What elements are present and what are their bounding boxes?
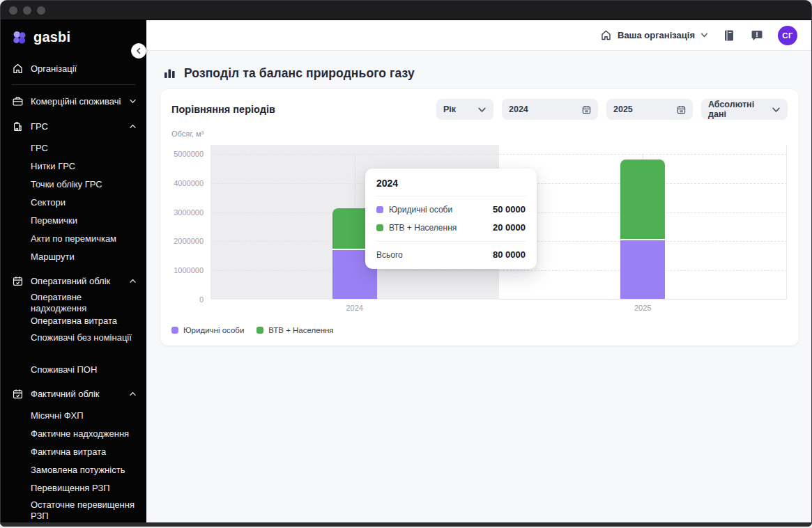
period-type-value: Рік	[443, 104, 456, 114]
y-tick-label: 5000000	[171, 150, 204, 158]
window-minimize-button[interactable]	[23, 6, 31, 15]
legend-swatch	[171, 327, 178, 334]
tooltip-swatch	[376, 224, 383, 231]
sidebar-sub-item[interactable]: Споживачі без номінації	[1, 330, 146, 361]
logo-text: gasbi	[33, 29, 70, 45]
legend-item[interactable]: Юридичні особи	[171, 326, 244, 334]
sidebar-section: ГРСГРСНитки ГРСТочки обліку ГРССекториПе…	[1, 116, 146, 266]
sidebar-sub-item[interactable]: Маршрути	[1, 248, 146, 266]
bar-chart-icon	[163, 67, 176, 80]
tooltip-total-value: 80 0000	[493, 249, 526, 260]
sidebar-item-label: Організації	[31, 63, 137, 74]
chart-tooltip: 2024 Юридичні особи50 0000ВТВ + Населенн…	[365, 169, 537, 269]
window-bottom-edge	[1, 522, 811, 526]
tooltip-row-value: 20 0000	[493, 222, 526, 233]
sidebar-sub-item[interactable]: Фактична витрата	[1, 443, 146, 461]
chart-gridline	[210, 270, 787, 271]
sidebar-section: Організації	[1, 58, 146, 79]
home-icon	[12, 63, 24, 75]
sidebar-section: Оперативний облікОперативне надходженняО…	[1, 270, 146, 379]
chevron-up-icon	[129, 390, 137, 398]
data-mode-select[interactable]: Абсолютні дані	[701, 99, 788, 120]
tooltip-title: 2024	[376, 178, 526, 196]
calendar-icon	[677, 105, 686, 114]
window-close-button[interactable]	[9, 6, 17, 15]
tooltip-row: Юридичні особи50 0000	[376, 204, 526, 215]
sidebar-section: Фактичний облікМісячні ФХПФактичне надхо…	[1, 383, 146, 522]
topbar: Ваша організація СГ	[146, 20, 811, 51]
app-window: gasbi ОрганізаціїКомерційні споживачіГРС…	[0, 0, 812, 527]
sidebar-sub-item[interactable]: Точки обліку ГРС	[1, 176, 146, 194]
y-tick-label: 2000000	[171, 237, 204, 245]
sidebar-item-label: ГРС	[31, 121, 122, 132]
calendar-icon	[582, 105, 591, 114]
page-content: Розподіл та баланс природнього газу Порі…	[146, 51, 811, 522]
tooltip-row-label: ВТВ + Населення	[389, 223, 487, 233]
sidebar-sub-item[interactable]: Нитки ГРС	[1, 157, 146, 176]
sidebar-nav: ОрганізаціїКомерційні споживачіГРСГРСНит…	[1, 55, 146, 522]
y-tick-label: 3000000	[171, 208, 204, 217]
calendar-check-icon	[12, 275, 24, 287]
y-tick-label: 1000000	[171, 266, 204, 274]
organization-label: Ваша організація	[618, 30, 695, 40]
data-mode-value: Абсолютні дані	[708, 100, 766, 119]
sidebar-collapse-button[interactable]	[131, 43, 146, 59]
sidebar-item-label: Комерційні споживачі	[31, 96, 122, 107]
sidebar-item[interactable]: Комерційні споживачі	[1, 91, 146, 111]
home-icon	[600, 29, 612, 41]
bar-segment-ВТВ-+-Населення[interactable]	[620, 160, 665, 240]
sidebar-sub-item[interactable]: Замовлена потужність	[1, 461, 146, 479]
organization-selector[interactable]: Ваша організація	[600, 29, 708, 41]
sidebar-divider	[12, 84, 135, 85]
sidebar-sub-item[interactable]: Фактичне надходження	[1, 425, 146, 443]
chevron-up-icon	[129, 277, 137, 285]
calendar-check-icon	[12, 388, 24, 400]
sidebar: gasbi ОрганізаціїКомерційні споживачіГРС…	[1, 20, 146, 522]
sidebar-sub-item[interactable]: Перемички	[1, 212, 146, 230]
sidebar-item[interactable]: ГРС	[1, 116, 146, 137]
bar-segment-Юридичні-особи[interactable]	[620, 240, 665, 299]
tooltip-row-value: 50 0000	[493, 204, 526, 215]
legend-label: Юридичні особи	[183, 326, 244, 334]
sidebar-sub-item[interactable]: Сектори	[1, 194, 146, 212]
sidebar-sub-item[interactable]: Акти по перемичкам	[1, 230, 146, 248]
window-zoom-button[interactable]	[37, 6, 45, 15]
y-tick-label: 4000000	[171, 179, 204, 187]
gasbi-logo-icon	[12, 30, 27, 45]
period-type-select[interactable]: Рік	[436, 99, 493, 120]
sidebar-sub-item[interactable]: Споживачі ПОН	[1, 361, 146, 379]
main-area: Ваша організація СГ Р	[146, 20, 811, 522]
comparison-card: Порівняння періодів Рік 2024	[160, 88, 799, 346]
sidebar-sub-item[interactable]: Місячні ФХП	[1, 407, 146, 425]
bar-2025[interactable]	[620, 160, 665, 299]
legend-item[interactable]: ВТВ + Населення	[256, 326, 333, 334]
year-to-picker[interactable]: 2025	[606, 99, 693, 120]
sidebar-item[interactable]: Організації	[1, 58, 146, 79]
sidebar-sub-item[interactable]: ГРС	[1, 139, 146, 157]
year-from-picker[interactable]: 2024	[502, 99, 598, 120]
docs-icon[interactable]	[722, 29, 736, 42]
x-tick-label: 2024	[327, 304, 383, 312]
year-to-value: 2025	[613, 104, 633, 114]
sidebar-item[interactable]: Фактичний облік	[1, 383, 146, 404]
chart-gridline	[210, 154, 787, 155]
window-titlebar	[1, 1, 811, 20]
x-tick-label: 2025	[615, 304, 671, 312]
page-title: Розподіл та баланс природнього газу	[184, 66, 415, 81]
year-from-value: 2024	[509, 104, 528, 114]
sidebar-sub-item[interactable]: Оперативна витрата	[1, 312, 146, 330]
chevron-up-icon	[129, 123, 137, 130]
station-icon	[12, 121, 24, 132]
sidebar-sub-item[interactable]: Остаточне перевищення РЗП	[1, 497, 146, 522]
legend-label: ВТВ + Населення	[268, 326, 333, 334]
chevron-down-icon	[700, 31, 708, 39]
feedback-icon[interactable]	[750, 29, 764, 42]
legend-swatch	[256, 327, 263, 334]
sidebar-sub-item[interactable]: Оперативне надходження	[1, 294, 146, 312]
avatar[interactable]: СГ	[778, 26, 797, 45]
sidebar-sub-item[interactable]: Перевищення РЗП	[1, 479, 146, 497]
sidebar-item[interactable]: Оперативний облік	[1, 270, 146, 291]
y-axis-title: Обсяг, м³	[171, 130, 204, 138]
sidebar-item-label: Фактичний облік	[31, 389, 122, 399]
y-tick-label: 0	[171, 295, 204, 304]
